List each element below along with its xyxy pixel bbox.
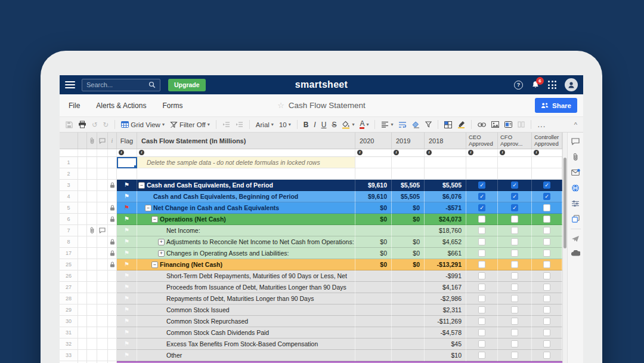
comment-cell[interactable] (97, 214, 108, 225)
comment-cell[interactable] (97, 157, 108, 168)
flag-icon[interactable]: ⚑ (124, 330, 129, 336)
primary-cell[interactable]: −Financing (Net Cash) (137, 259, 355, 270)
checkbox-unchecked[interactable] (543, 340, 550, 347)
flag-cell[interactable]: ⚑ (117, 350, 137, 361)
primary-cell[interactable]: −Net Change in Cash and Cash Equivalents (137, 202, 355, 214)
summary-icon[interactable] (571, 200, 580, 207)
checkbox-checked[interactable]: ✓ (543, 193, 550, 200)
menu-file[interactable]: File (69, 101, 80, 110)
flag-cell[interactable] (117, 168, 137, 180)
info-column-icon[interactable]: i (108, 133, 117, 149)
approval-cell[interactable] (498, 248, 532, 259)
approval-cell[interactable] (498, 339, 532, 350)
send-icon[interactable] (571, 235, 580, 242)
italic-button[interactable]: I (314, 121, 315, 129)
flag-icon[interactable]: ⚑ (124, 182, 129, 188)
attachment-cell[interactable] (87, 168, 97, 180)
row-action-cell[interactable] (78, 350, 87, 361)
row-number[interactable]: 3 (60, 180, 78, 191)
approval-cell[interactable] (466, 316, 498, 327)
align-button[interactable]: ▾ (381, 121, 393, 128)
value-cell-2020[interactable] (355, 270, 392, 282)
value-cell-2020[interactable]: $0 (355, 236, 392, 248)
strikethrough-button[interactable]: S (332, 121, 336, 129)
primary-cell[interactable]: Net Income: (137, 225, 355, 236)
approval-cell[interactable] (466, 270, 498, 282)
menu-alerts-actions[interactable]: Alerts & Actions (96, 101, 146, 110)
value-cell-2018[interactable]: -$571 (425, 202, 466, 214)
value-cell-2018[interactable]: -$13,291 (425, 259, 466, 270)
column-header-flag[interactable]: Flag (117, 133, 137, 149)
attachments-icon[interactable] (572, 153, 578, 161)
value-cell-2019[interactable]: $0 (392, 259, 425, 270)
value-cell-2020[interactable] (355, 168, 392, 180)
value-cell-2019[interactable]: $0 (392, 214, 425, 225)
primary-cell[interactable]: Short-Term Debt Repayments, Maturities o… (137, 270, 355, 282)
checkbox-checked[interactable]: ✓ (511, 182, 518, 189)
comment-cell[interactable] (97, 304, 108, 316)
app-launcher-icon[interactable] (548, 81, 556, 89)
attachment-cell[interactable] (87, 259, 97, 270)
primary-cell[interactable]: −Operations (Net Cash) (137, 214, 355, 225)
account-avatar[interactable] (565, 78, 578, 91)
approval-cell[interactable]: ✓ (498, 202, 532, 214)
approval-cell[interactable] (532, 316, 562, 327)
flag-cell[interactable]: ⚑ (117, 282, 137, 293)
value-cell-2019[interactable] (392, 157, 425, 168)
flag-icon[interactable]: ⚑ (124, 262, 129, 267)
info-icon[interactable]: i (394, 150, 399, 155)
approval-cell[interactable] (498, 282, 532, 293)
approval-cell[interactable] (498, 225, 532, 236)
flag-icon[interactable]: ⚑ (124, 307, 129, 313)
approval-cell[interactable]: ✓ (466, 180, 498, 191)
merge-icon[interactable] (518, 121, 525, 128)
approval-cell[interactable] (498, 236, 532, 248)
card-icon[interactable] (504, 121, 512, 128)
approval-cell[interactable] (532, 270, 562, 282)
attachment-cell[interactable] (87, 236, 97, 248)
undo-icon[interactable]: ↺ (92, 121, 98, 129)
checkbox-unchecked[interactable] (511, 295, 518, 302)
row-action-cell[interactable] (78, 214, 87, 225)
approval-cell[interactable] (466, 236, 498, 248)
checkbox-unchecked[interactable] (511, 238, 518, 245)
checkbox-unchecked[interactable] (543, 284, 550, 291)
publish-icon[interactable] (571, 184, 580, 192)
value-cell-2019[interactable] (392, 327, 425, 339)
flag-cell[interactable]: ⚑ (117, 339, 137, 350)
flag-icon[interactable]: ⚑ (124, 352, 129, 358)
search-input[interactable]: Search... (82, 79, 160, 91)
text-color-button[interactable]: A ▾ (360, 121, 369, 129)
flag-cell[interactable]: ⚑ (117, 248, 137, 259)
attachment-cell[interactable] (87, 304, 97, 316)
primary-cell[interactable]: Excess Tax Benefits From Stock-Based Com… (137, 339, 355, 350)
value-cell-2019[interactable]: $5,505 (392, 180, 425, 191)
checkbox-unchecked[interactable] (478, 238, 485, 245)
checkbox-checked[interactable]: ✓ (543, 182, 550, 189)
row-action-cell[interactable] (78, 168, 87, 180)
row-number[interactable]: 27 (60, 282, 78, 293)
approval-cell[interactable] (466, 259, 498, 270)
row-action-cell[interactable] (78, 282, 87, 293)
comment-column-icon[interactable] (97, 133, 108, 149)
row-action-cell[interactable] (78, 270, 87, 282)
approval-cell[interactable] (466, 248, 498, 259)
primary-cell[interactable]: Delete the sample data - do not delete f… (137, 157, 355, 168)
value-cell-2020[interactable] (355, 350, 392, 361)
checkbox-checked[interactable]: ✓ (478, 182, 485, 189)
approval-cell[interactable]: ✓ (498, 191, 532, 202)
approval-cell[interactable] (498, 316, 532, 327)
row-number[interactable]: 30 (60, 316, 78, 327)
font-selector[interactable]: Arial▾ (256, 121, 274, 128)
underline-button[interactable]: U (321, 121, 327, 129)
checkbox-unchecked[interactable] (543, 318, 550, 325)
flag-cell[interactable]: ⚑ (117, 270, 137, 282)
row-action-cell[interactable] (78, 157, 87, 168)
approval-cell[interactable] (466, 282, 498, 293)
row-action-cell[interactable] (78, 304, 87, 316)
scrollbar-thumb[interactable] (564, 158, 566, 248)
checkbox-unchecked[interactable] (478, 284, 485, 291)
comment-cell[interactable] (97, 180, 108, 191)
save-icon[interactable] (66, 121, 73, 128)
checkbox-unchecked[interactable] (511, 216, 518, 223)
